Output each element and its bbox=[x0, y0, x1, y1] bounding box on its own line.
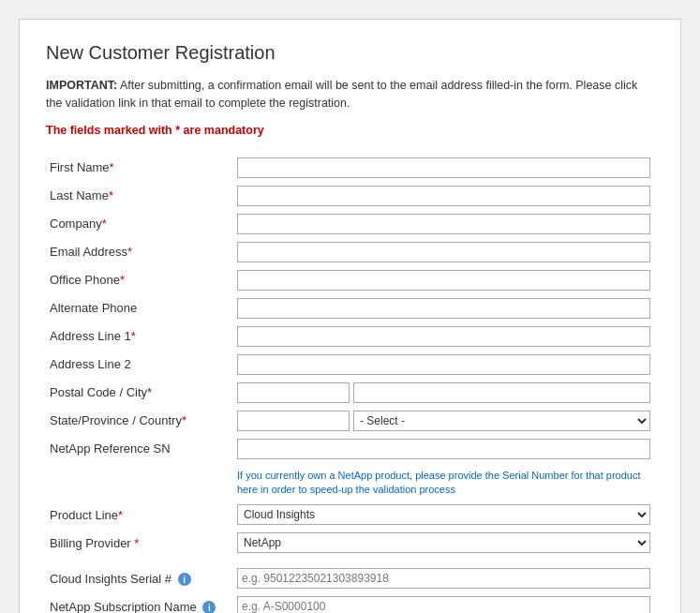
first-name-row: First Name* bbox=[46, 154, 654, 182]
registration-form-container: New Customer Registration IMPORTANT: Aft… bbox=[19, 19, 681, 613]
first-name-cell bbox=[233, 154, 654, 182]
important-label: IMPORTANT: bbox=[46, 79, 117, 92]
company-label: Company* bbox=[46, 210, 233, 238]
netapp-ref-cell bbox=[233, 435, 654, 463]
netapp-ref-row: NetApp Reference SN bbox=[46, 435, 654, 463]
last-name-cell bbox=[233, 182, 654, 210]
page-title: New Customer Registration bbox=[46, 42, 654, 64]
postal-code-input[interactable] bbox=[237, 382, 350, 403]
company-row: Company* bbox=[46, 210, 654, 238]
netapp-ref-label: NetApp Reference SN bbox=[46, 435, 233, 463]
product-line-select[interactable]: Cloud Insights bbox=[237, 504, 650, 525]
mandatory-note-text: The fields marked with bbox=[46, 124, 175, 137]
cloud-insights-serial-label: Cloud Insights Serial # i bbox=[46, 564, 233, 592]
product-line-cell: Cloud Insights bbox=[233, 501, 654, 529]
alternate-phone-cell bbox=[233, 294, 654, 322]
email-cell bbox=[233, 238, 654, 266]
state-country-label: State/Province / Country* bbox=[46, 407, 233, 435]
billing-provider-select[interactable]: NetApp bbox=[237, 532, 650, 553]
cloud-insights-info-icon[interactable]: i bbox=[178, 573, 191, 586]
mandatory-note2: are mandatory bbox=[180, 124, 264, 137]
office-phone-label: Office Phone* bbox=[46, 266, 233, 294]
state-country-row: State/Province / Country* - Select - bbox=[46, 407, 654, 435]
cloud-insights-serial-cell bbox=[233, 564, 654, 592]
mandatory-note: The fields marked with * are mandatory bbox=[46, 124, 654, 137]
registration-form-table: First Name* Last Name* Company* bbox=[46, 154, 654, 614]
product-line-label: Product Line* bbox=[46, 501, 233, 529]
country-select[interactable]: - Select - bbox=[353, 411, 650, 431]
company-input[interactable] bbox=[237, 214, 650, 234]
address2-row: Address Line 2 bbox=[46, 351, 654, 379]
spacer-row bbox=[46, 557, 654, 564]
postal-city-cell bbox=[233, 379, 654, 407]
postal-city-row: Postal Code / City* bbox=[46, 379, 654, 407]
address2-label: Address Line 2 bbox=[46, 351, 233, 379]
netapp-ref-note-row: If you currently own a NetApp product, p… bbox=[46, 463, 654, 501]
last-name-label: Last Name* bbox=[46, 182, 233, 210]
state-country-cell: - Select - bbox=[233, 407, 654, 435]
office-phone-input[interactable] bbox=[237, 270, 650, 291]
alternate-phone-label: Alternate Phone bbox=[46, 294, 233, 322]
email-row: Email Address* bbox=[46, 238, 654, 266]
product-line-row: Product Line* Cloud Insights bbox=[46, 501, 654, 529]
billing-provider-cell: NetApp bbox=[233, 529, 654, 557]
office-phone-cell bbox=[233, 266, 654, 294]
alternate-phone-input[interactable] bbox=[237, 298, 650, 319]
office-phone-row: Office Phone* bbox=[46, 266, 654, 294]
netapp-subscription-input[interactable] bbox=[237, 596, 650, 613]
last-name-row: Last Name* bbox=[46, 182, 654, 210]
billing-provider-label: Billing Provider * bbox=[46, 529, 233, 557]
netapp-subscription-info-icon[interactable]: i bbox=[202, 601, 216, 613]
first-name-label: First Name* bbox=[46, 154, 233, 182]
email-input[interactable] bbox=[237, 242, 650, 262]
address2-cell bbox=[233, 351, 654, 379]
postal-city-label: Postal Code / City* bbox=[46, 379, 233, 407]
netapp-ref-note: If you currently own a NetApp product, p… bbox=[237, 469, 650, 498]
netapp-subscription-cell bbox=[233, 592, 654, 613]
first-name-input[interactable] bbox=[237, 157, 650, 178]
billing-provider-row: Billing Provider * NetApp bbox=[46, 529, 654, 557]
netapp-ref-input[interactable] bbox=[237, 439, 650, 459]
state-province-input[interactable] bbox=[237, 411, 350, 431]
important-note: IMPORTANT: After submitting, a confirmat… bbox=[46, 77, 654, 112]
address1-row: Address Line 1* bbox=[46, 322, 654, 351]
address1-cell bbox=[233, 322, 654, 351]
company-cell bbox=[233, 210, 654, 238]
address1-label: Address Line 1* bbox=[46, 322, 233, 351]
cloud-insights-serial-row: Cloud Insights Serial # i bbox=[46, 564, 654, 592]
address1-input[interactable] bbox=[237, 326, 650, 347]
city-input[interactable] bbox=[353, 382, 650, 403]
address2-input[interactable] bbox=[237, 354, 650, 375]
cloud-insights-serial-input[interactable] bbox=[237, 568, 650, 589]
important-text: After submitting, a confirmation email w… bbox=[46, 79, 637, 110]
netapp-subscription-label: NetApp Subscription Name i bbox=[46, 592, 233, 613]
netapp-subscription-row: NetApp Subscription Name i bbox=[46, 592, 654, 613]
email-label: Email Address* bbox=[46, 238, 233, 266]
last-name-input[interactable] bbox=[237, 186, 650, 206]
alternate-phone-row: Alternate Phone bbox=[46, 294, 654, 322]
